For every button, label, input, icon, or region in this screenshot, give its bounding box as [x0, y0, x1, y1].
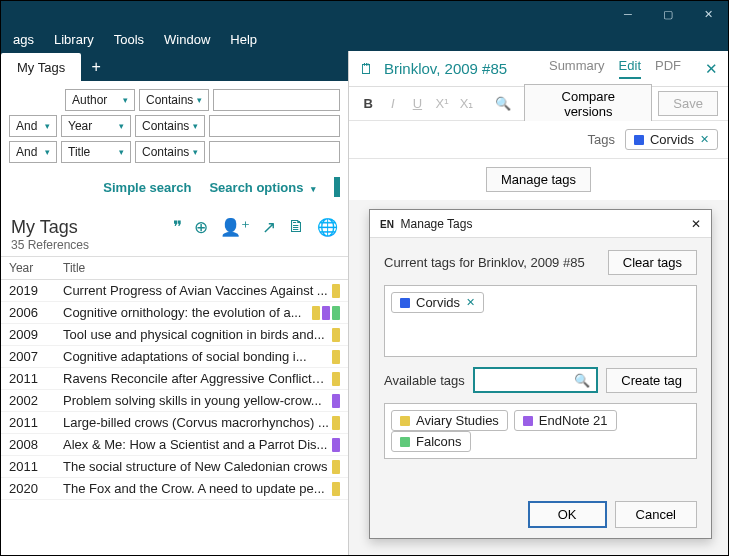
cell-title: Ravens Reconcile after Aggressive Confli… — [63, 371, 330, 386]
tag-remove-icon[interactable]: ✕ — [466, 296, 475, 309]
clear-tags-button[interactable]: Clear tags — [608, 250, 697, 275]
available-tag-chip[interactable]: Aviary Studies — [391, 410, 508, 431]
available-tag-chip[interactable]: EndNote 21 — [514, 410, 617, 431]
simple-search-link[interactable]: Simple search — [103, 180, 191, 195]
search-options-link[interactable]: Search options ▾ — [209, 180, 316, 195]
cell-year: 2008 — [9, 437, 63, 452]
table-row[interactable]: 2019Current Progress of Avian Vaccines A… — [1, 280, 348, 302]
tag-marker-icon — [332, 482, 340, 496]
current-tags-label: Current tags for Brinklov, 2009 #85 — [384, 255, 585, 270]
close-panel-icon[interactable]: ✕ — [705, 60, 718, 78]
underline-icon[interactable]: U — [408, 96, 427, 111]
manage-tags-button[interactable]: Manage tags — [486, 167, 591, 192]
reference-title: Brinklov, 2009 #85 — [384, 60, 507, 77]
tag-remove-icon[interactable]: ✕ — [700, 133, 709, 146]
maximize-button[interactable]: ▢ — [648, 1, 688, 27]
superscript-icon[interactable]: X¹ — [433, 96, 452, 111]
tab-mytags[interactable]: My Tags — [1, 53, 81, 81]
cell-title: The Fox and the Crow. A need to update p… — [63, 481, 330, 496]
menu-library[interactable]: Library — [44, 32, 104, 47]
menu-tools[interactable]: Tools — [104, 32, 154, 47]
search-icon[interactable]: 🔍 — [494, 96, 513, 111]
tag-chip-label: Corvids — [650, 132, 694, 147]
tab-summary[interactable]: Summary — [549, 58, 605, 79]
dialog-close-icon[interactable]: ✕ — [691, 217, 701, 231]
add-person-icon[interactable]: 👤⁺ — [220, 217, 250, 238]
menu-tags[interactable]: ags — [3, 32, 44, 47]
share-icon[interactable]: ↗ — [262, 217, 276, 238]
menu-window[interactable]: Window — [154, 32, 220, 47]
group-title: My Tags — [11, 217, 89, 238]
cell-year: 2011 — [9, 459, 63, 474]
bool-select[interactable]: And▾ — [9, 115, 57, 137]
operator-select[interactable]: Contains▾ — [139, 89, 209, 111]
tag-marker-icon — [332, 416, 340, 430]
cell-year: 2019 — [9, 283, 63, 298]
tab-pdf[interactable]: PDF — [655, 58, 681, 79]
dialog-tag-corvids[interactable]: Corvids ✕ — [391, 292, 484, 313]
tag-color-icon — [400, 416, 410, 426]
available-tags-label: Available tags — [384, 373, 465, 388]
tag-search-input[interactable]: 🔍 — [473, 367, 599, 393]
fulltext-icon[interactable]: 🗎 — [288, 217, 305, 238]
available-tags-box: Aviary StudiesEndNote 21Falcons — [384, 403, 697, 459]
table-row[interactable]: 2002Problem solving skills in young yell… — [1, 390, 348, 412]
tab-add-button[interactable]: + — [81, 53, 111, 81]
menu-help[interactable]: Help — [220, 32, 267, 47]
field-select[interactable]: Author▾ — [65, 89, 135, 111]
tag-chip-corvids[interactable]: Corvids ✕ — [625, 129, 718, 150]
table-row[interactable]: 2008Alex & Me: How a Scientist and a Par… — [1, 434, 348, 456]
save-button[interactable]: Save — [658, 91, 718, 116]
cell-title: Large-billed crows (Corvus macrorhynchos… — [63, 415, 330, 430]
minimize-button[interactable]: ─ — [608, 1, 648, 27]
table-row[interactable]: 2011Large-billed crows (Corvus macrorhyn… — [1, 412, 348, 434]
add-ref-icon[interactable]: ⊕ — [194, 217, 208, 238]
bool-select[interactable]: And▾ — [9, 141, 57, 163]
tab-edit[interactable]: Edit — [619, 58, 641, 79]
cell-title: Alex & Me: How a Scientist and a Parrot … — [63, 437, 330, 452]
italic-icon[interactable]: I — [384, 96, 403, 111]
close-button[interactable]: ✕ — [688, 1, 728, 27]
tabbar: My Tags + — [1, 51, 348, 81]
tag-marker-icon — [332, 328, 340, 342]
reference-list: 2019Current Progress of Avian Vaccines A… — [1, 280, 348, 555]
cancel-button[interactable]: Cancel — [615, 501, 697, 528]
compare-versions-button[interactable]: Compare versions — [524, 84, 652, 124]
cell-title: Cognitive ornithology: the evolution of … — [63, 305, 310, 320]
table-row[interactable]: 2009Tool use and physical cognition in b… — [1, 324, 348, 346]
quote-icon[interactable]: ❞ — [173, 217, 182, 238]
subscript-icon[interactable]: X₁ — [457, 96, 476, 111]
table-row[interactable]: 2020The Fox and the Crow. A need to upda… — [1, 478, 348, 500]
col-year[interactable]: Year — [9, 261, 63, 275]
search-icon: 🔍 — [574, 373, 590, 388]
menubar: ags Library Tools Window Help — [1, 27, 728, 51]
col-title[interactable]: Title — [63, 261, 340, 275]
operator-select[interactable]: Contains▾ — [135, 115, 205, 137]
cell-year: 2020 — [9, 481, 63, 496]
create-tag-button[interactable]: Create tag — [606, 368, 697, 393]
field-select[interactable]: Year▾ — [61, 115, 131, 137]
titlebar: ─ ▢ ✕ — [1, 1, 728, 27]
ok-button[interactable]: OK — [528, 501, 607, 528]
tag-color-icon — [523, 416, 533, 426]
search-value-input[interactable] — [213, 89, 340, 111]
tag-marker-icon — [332, 284, 340, 298]
table-row[interactable]: 2011Ravens Reconcile after Aggressive Co… — [1, 368, 348, 390]
bold-icon[interactable]: B — [359, 96, 378, 111]
available-tag-chip[interactable]: Falcons — [391, 431, 471, 452]
search-value-input[interactable] — [209, 141, 340, 163]
tag-marker-icon — [332, 394, 340, 408]
field-select[interactable]: Title▾ — [61, 141, 131, 163]
tag-color-icon — [400, 298, 410, 308]
search-value-input[interactable] — [209, 115, 340, 137]
tag-marker-icon — [332, 372, 340, 386]
tag-chip-label: Falcons — [416, 434, 462, 449]
table-row[interactable]: 2006Cognitive ornithology: the evolution… — [1, 302, 348, 324]
web-icon[interactable]: 🌐 — [317, 217, 338, 238]
table-row[interactable]: 2011The social structure of New Caledoni… — [1, 456, 348, 478]
operator-select[interactable]: Contains▾ — [135, 141, 205, 163]
tags-field-label: Tags — [587, 132, 614, 147]
cell-title: The social structure of New Caledonian c… — [63, 459, 330, 474]
table-row[interactable]: 2007Cognitive adaptations of social bond… — [1, 346, 348, 368]
cell-title: Tool use and physical cognition in birds… — [63, 327, 330, 342]
